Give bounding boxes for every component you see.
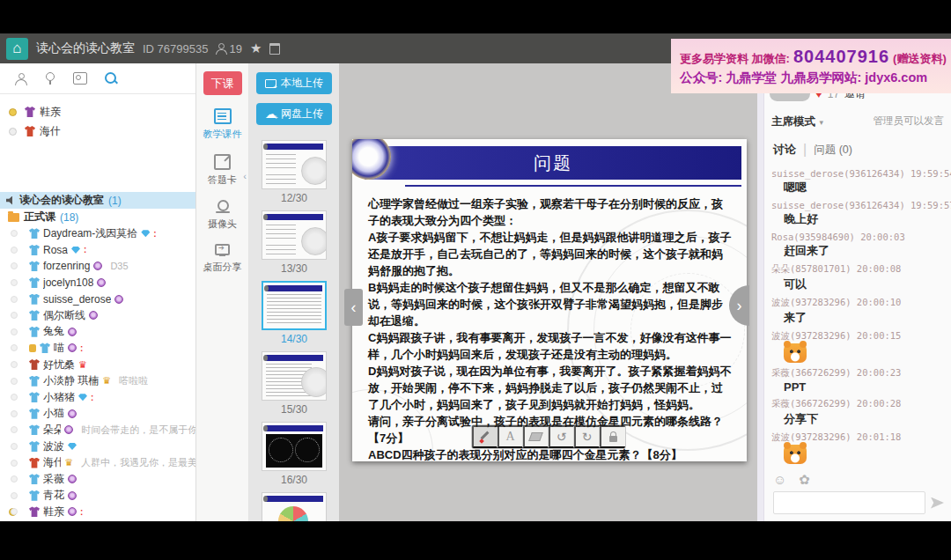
search-icon[interactable] <box>105 72 118 85</box>
class-group-node[interactable]: 正式课 (18) <box>0 209 195 225</box>
member-row[interactable]: 海什♛人群中，我遇见你，是最美的… <box>0 454 195 471</box>
slide-thumbnail[interactable] <box>262 210 327 260</box>
shirt-icon <box>29 277 40 288</box>
speaker-icon <box>6 196 15 205</box>
local-upload-button[interactable]: 本地上传 <box>256 72 332 94</box>
ad-banner-line1: 更多易学资料 加微信: 804407916 (赠送资料) <box>680 47 951 67</box>
tool-answer-card[interactable]: 答题卡 <box>208 154 237 187</box>
collapse-dot-icon <box>11 426 18 433</box>
tool-courseware[interactable]: 教学课件 <box>203 108 242 141</box>
answer-card-icon <box>214 154 231 170</box>
member-row[interactable]: jocelyn108 <box>0 275 195 291</box>
online-user-row[interactable]: 海什 <box>0 122 195 141</box>
thumbnail-preview <box>266 364 322 397</box>
thumbnail-item[interactable]: 16/30 <box>262 422 327 486</box>
member-name: 朵朵 <box>43 423 61 438</box>
chat-panel: ♥ 17 邀请 主席模式 ▾ 管理员可以发言 讨论 | 问题 (0) suiss… <box>757 63 951 521</box>
collapse-dot-icon <box>11 279 18 286</box>
end-class-button[interactable]: 下课 <box>203 71 242 95</box>
collapse-dot-icon <box>11 230 18 237</box>
shirt-icon <box>29 310 40 321</box>
slide-thumbnail[interactable] <box>262 281 327 330</box>
ad-banner-line2: 公众号: 九鼎学堂 九鼎易学网站: jdyx6.com <box>680 70 951 86</box>
shirt-icon <box>25 107 35 117</box>
shirt-icon <box>29 245 40 255</box>
slide-thumbnail[interactable] <box>262 422 327 471</box>
netdisk-upload-button[interactable]: ☁ 网盘上传 <box>256 103 332 125</box>
slide-thumbnail[interactable] <box>262 492 327 521</box>
favorite-star-icon[interactable]: ★ <box>250 41 262 56</box>
ad-wechat-number: 804407916 <box>793 47 889 67</box>
prev-slide-arrow[interactable]: ‹ <box>344 289 363 326</box>
member-row[interactable]: 朵朵时间会带走的，是不属于你的… <box>0 422 195 438</box>
member-row[interactable]: 小淡静 琪楠♛嗒啦啦 <box>0 372 195 389</box>
chat-input-row <box>773 491 944 514</box>
slide-canvas: 问题 心理学家曾经做过一组亲子实验，观察若干母子在分别时候的反应，孩子的表现大致… <box>352 139 747 461</box>
members-icon[interactable] <box>15 73 27 85</box>
slide-title-banner: 问题 <box>365 146 741 180</box>
emoji-picker-icon[interactable]: ☺ <box>773 472 786 488</box>
thumbnail-page-label: 12/30 <box>281 192 307 204</box>
tab-separator: | <box>803 142 807 158</box>
member-row[interactable]: 鞋亲: <box>0 504 195 520</box>
member-row[interactable]: Daydream-浅因莫拾: <box>0 225 195 242</box>
chat-message-list[interactable]: suisse_derose(936126434) 19:59:54嗯嗯suiss… <box>764 162 951 468</box>
collapse-dot-icon <box>11 247 18 254</box>
window-icon[interactable] <box>269 43 280 55</box>
home-icon[interactable]: ⌂ <box>6 38 28 60</box>
slide-thumbnail[interactable] <box>262 351 327 401</box>
thumbnail-item[interactable]: 12/30 <box>262 140 327 204</box>
chair-mode-dropdown[interactable]: 主席模式 ▾ <box>771 113 823 129</box>
collapse-dot-icon <box>11 410 18 417</box>
collapse-dot-icon <box>11 460 18 467</box>
thumbnail-item[interactable]: 13/30 <box>262 210 327 275</box>
desktop-share-icon <box>215 244 230 257</box>
member-row[interactable]: 小猫 <box>0 406 195 423</box>
chat-collapse-strip[interactable] <box>757 63 764 521</box>
room-node[interactable]: 读心会的读心教室 (1) <box>0 192 195 209</box>
member-row[interactable]: 兔兔 <box>0 324 195 341</box>
chat-mode-row: 主席模式 ▾ 管理员可以发言 <box>771 113 944 129</box>
collapse-caret-icon[interactable]: ‹ <box>243 171 247 181</box>
thumbnail-header-bar <box>266 285 322 291</box>
member-row[interactable]: 偶尔断线 <box>0 307 195 324</box>
unread-mark: : <box>91 393 93 402</box>
send-icon[interactable] <box>931 497 944 509</box>
roster-sidebar: 鞋亲海什 读心会的读心教室 (1) 正式课 (18) Daydream-浅因莫拾… <box>0 63 196 521</box>
thumbnail-page-label: 13/30 <box>281 262 307 275</box>
thumbnail-header-bar <box>265 425 323 431</box>
member-row[interactable]: Rosa: <box>0 242 195 259</box>
member-row[interactable]: 采薇 <box>0 471 195 488</box>
shirt-icon <box>29 228 40 239</box>
member-row[interactable]: 小猪猪: <box>0 389 195 406</box>
thumbnail-page-label: 14/30 <box>281 333 307 345</box>
thumbnail-item[interactable]: 17/30 <box>262 492 327 521</box>
member-row[interactable]: 青花 <box>0 488 195 505</box>
tool-desktop-share[interactable]: 桌面分享 <box>203 244 242 274</box>
thumbnail-item[interactable]: 14/30 <box>262 281 327 345</box>
member-row[interactable]: 好忧桑♛ <box>0 357 195 373</box>
location-pin-icon[interactable] <box>45 72 55 85</box>
thumbnail-page-label: 16/30 <box>281 474 307 486</box>
room-node-label: 读心会的读心教室 <box>19 193 104 208</box>
flower-gift-icon[interactable]: ✿ <box>799 472 810 488</box>
member-row[interactable]: suisse_derose <box>0 291 195 307</box>
member-row[interactable]: 波波 <box>0 438 195 455</box>
id-card-icon[interactable] <box>73 72 87 85</box>
slide-paragraph: 心理学家曾经做过一组亲子实验，观察若干母子在分别时候的反应，孩子的表现大致分为四… <box>368 195 733 229</box>
thumbnail-item[interactable]: 15/30 <box>262 351 327 416</box>
chat-input[interactable] <box>773 491 925 514</box>
tab-question[interactable]: 问题 (0) <box>814 143 852 158</box>
member-row[interactable]: 喵: <box>0 340 195 357</box>
webcam-icon <box>216 200 230 214</box>
room-node-count: (1) <box>108 195 122 207</box>
presence-dot <box>9 128 17 136</box>
tab-discussion[interactable]: 讨论 <box>773 142 796 158</box>
member-row[interactable]: forzenringD35 <box>0 258 195 275</box>
slide-thumbnail[interactable] <box>262 140 327 189</box>
viewer-count-value: 19 <box>229 42 241 55</box>
collapse-dot-icon <box>11 378 18 385</box>
message-text: 分享下 <box>784 411 951 427</box>
tool-camera[interactable]: 摄像头 <box>208 200 237 231</box>
online-user-row[interactable]: 鞋亲 <box>0 102 195 122</box>
